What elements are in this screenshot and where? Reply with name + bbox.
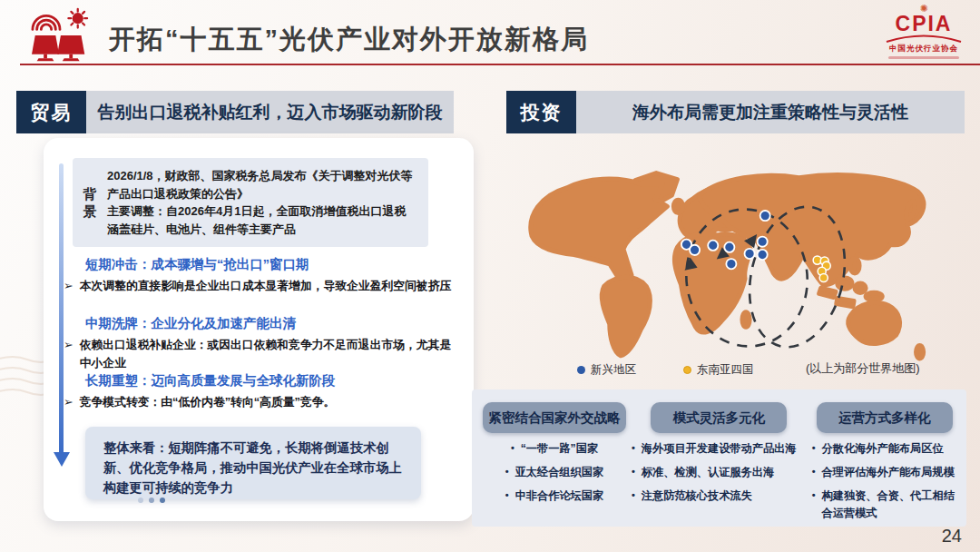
panels-icon xyxy=(32,35,84,61)
list-item: •合理评估海外产能布局规模 xyxy=(812,464,957,481)
strategy-column: 模式灵活多元化 •海外项目开发建设带动产品出海 •标准、检测、认证服务出海 •注… xyxy=(632,402,807,527)
slide: 开拓“十五五”光伏产业对外开放新格局 ✺ CPIA 中国光伏行业协会 贸易 告别… xyxy=(0,0,980,552)
logo-org-name: 中国光伏行业协会 xyxy=(880,44,967,54)
blue-dot-icon xyxy=(577,366,585,374)
yellow-dot-icon xyxy=(683,366,691,374)
list-item: •中非合作论坛国家 xyxy=(483,488,626,505)
trade-headline: 告别出口退税补贴红利，迈入市场驱动新阶段 xyxy=(86,91,454,133)
list-item: •分散化海外产能布局区位 xyxy=(812,440,957,458)
arrow-bullet-icon: ➢ xyxy=(64,277,74,295)
background-line2: 主要调整：自2026年4月1日起，全面取消增值税出口退税 涵盖硅片、电池片、组件… xyxy=(107,202,420,238)
dot-bullet-icon: • xyxy=(632,464,635,481)
dot-bullet-icon: • xyxy=(632,440,635,458)
section-heading-short-term: 短期冲击：成本骤增与“抢出口”窗口期 xyxy=(85,256,309,273)
trade-badge: 贸易 xyxy=(16,91,86,133)
logo-arc-icon xyxy=(885,34,963,43)
list-item: •构建独资、合资、代工相结合运营模式 xyxy=(812,488,957,522)
blue-marker xyxy=(745,249,755,259)
page-number: 24 xyxy=(942,526,962,547)
sun-icon xyxy=(68,9,87,28)
blue-marker xyxy=(726,259,736,269)
blue-marker xyxy=(758,250,768,260)
invest-header-row: 投资 海外布局需更加注重策略性与灵活性 xyxy=(506,91,965,133)
world-map xyxy=(519,147,967,365)
logo-subtext-bar xyxy=(888,56,959,59)
background-text: 2026/1/8，财政部、国家税务总局发布《关于调整对光伏等产品出口退税政策的公… xyxy=(107,167,420,238)
blue-marker xyxy=(760,211,770,221)
list-item: •亚太经合组织国家 xyxy=(483,464,626,481)
strategy-column: 紧密结合国家外交战略 •“一带一路”国家 •亚太经合组织国家 •中非合作论坛国家 xyxy=(483,402,626,527)
blue-marker xyxy=(708,241,718,251)
section-bullet: ➢ 竞争模式转变：由“低价内卷”转向“高质量”竞争。 xyxy=(64,393,463,411)
logo-acronym: CPIA xyxy=(880,13,967,34)
strategy-title: 运营方式多样化 xyxy=(817,402,953,433)
dot-bullet-icon: • xyxy=(812,488,816,522)
title-underline xyxy=(20,64,980,65)
background-line1: 2026/1/8，财政部、国家税务总局发布《关于调整对光伏等产品出口退税政策的公… xyxy=(107,167,420,202)
strategies-panel: 紧密结合国家外交战略 •“一带一路”国家 •亚太经合组织国家 •中非合作论坛国家… xyxy=(472,389,966,527)
invest-badge: 投资 xyxy=(506,91,576,133)
solar-panel-logo-icon xyxy=(22,7,98,64)
strategy-title: 模式灵活多元化 xyxy=(651,402,787,433)
background-label: 背 景 xyxy=(73,185,107,220)
section-heading-long-term: 长期重塑：迈向高质量发展与全球化新阶段 xyxy=(85,372,336,389)
blue-marker xyxy=(758,237,768,247)
section-bullet: ➢ 本次调整的直接影响是企业出口成本显著增加，导致企业盈利空间被挤压 xyxy=(64,277,463,295)
trade-content-card: 背 景 2026/1/8，财政部、国家税务总局发布《关于调整对光伏等产品出口退税… xyxy=(44,138,474,521)
arrow-bullet-icon: ➢ xyxy=(64,393,74,411)
map-caption: (以上为部分世界地图) xyxy=(806,360,920,377)
page-title: 开拓“十五五”光伏产业对外开放新格局 xyxy=(109,22,589,58)
list-item: •“一带一路”国家 xyxy=(483,440,626,458)
list-item: •注意防范核心技术流失 xyxy=(632,488,807,505)
dot-bullet-icon: • xyxy=(505,464,509,481)
dot-bullet-icon: • xyxy=(632,488,635,505)
blue-marker xyxy=(690,245,700,255)
blue-marker xyxy=(724,242,734,252)
yellow-marker xyxy=(819,273,828,281)
list-item: •标准、检测、认证服务出海 xyxy=(632,464,807,481)
dot-bullet-icon: • xyxy=(812,464,816,481)
list-item: •海外项目开发建设带动产品出海 xyxy=(632,440,807,458)
dot-bullet-icon: • xyxy=(812,440,816,458)
legend-sea: 东南亚四国 xyxy=(683,362,754,378)
legend-emerging: 新兴地区 xyxy=(577,362,636,378)
strategy-title: 紧密结合国家外交战略 xyxy=(483,402,626,433)
dot-bullet-icon: • xyxy=(505,488,509,505)
invest-headline: 海外布局需更加注重策略性与灵活性 xyxy=(576,91,965,133)
strategy-column: 运营方式多样化 •分散化海外产能布局区位 •合理评估海外产能布局规模 •构建独资… xyxy=(812,402,957,527)
background-box: 背 景 2026/1/8，财政部、国家税务总局发布《关于调整对光伏等产品出口退税… xyxy=(73,158,428,247)
dot-bullet-icon: • xyxy=(511,440,514,458)
timeline-arrow-head-icon xyxy=(54,452,70,467)
trade-header-row: 贸易 告别出口退税补贴红利，迈入市场驱动新阶段 xyxy=(16,91,454,133)
summary-dots xyxy=(138,498,165,503)
cpia-logo: ✺ CPIA 中国光伏行业协会 xyxy=(880,4,967,59)
section-bullet: ➢ 依赖出口退税补贴企业：或因出口依赖和竞争力不足而退出市场，尤其是中小企业 xyxy=(64,336,463,373)
section-heading-mid-term: 中期洗牌：企业分化及加速产能出清 xyxy=(85,315,296,332)
summary-box: 整体来看：短期阵痛不可避免，长期将倒逼技术创新、优化竞争格局，推动中国光伏产业在… xyxy=(85,427,421,499)
signal-arcs-icon xyxy=(33,15,60,29)
arrow-bullet-icon: ➢ xyxy=(64,336,74,373)
